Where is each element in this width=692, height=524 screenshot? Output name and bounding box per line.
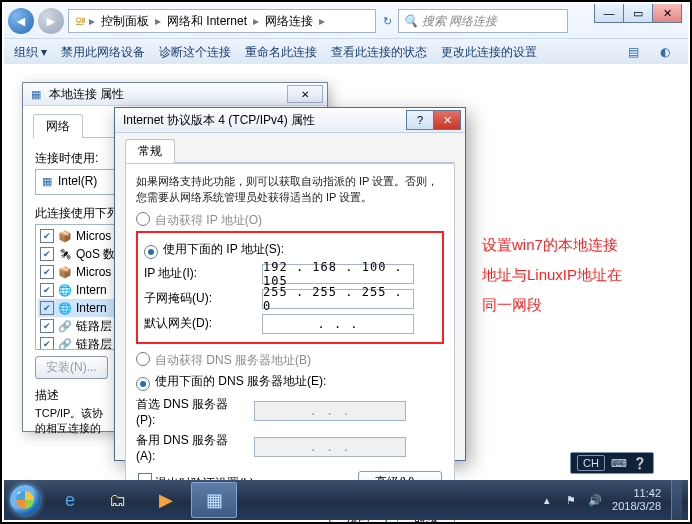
system-tray: ▴ ⚑ 🔊 11:42 2018/3/28: [534, 480, 688, 520]
checkbox-icon[interactable]: ✔: [40, 247, 54, 261]
tab-network[interactable]: 网络: [33, 114, 83, 138]
subnet-mask-input[interactable]: 255 . 255 . 255 . 0: [262, 289, 414, 309]
checkbox-icon[interactable]: ✔: [40, 229, 54, 243]
clock[interactable]: 11:42 2018/3/28: [612, 487, 661, 512]
tray-expand-icon[interactable]: ▴: [540, 494, 554, 507]
component-label: Micros: [76, 229, 111, 243]
component-label: Intern: [76, 301, 107, 315]
dns2-label: 备用 DNS 服务器(A):: [136, 432, 246, 463]
component-label: 链路层: [76, 336, 112, 351]
nic-icon: ▦: [29, 87, 43, 101]
radio-use-dns[interactable]: 使用下面的 DNS 服务器地址(E):: [136, 373, 444, 391]
start-button[interactable]: [4, 480, 46, 520]
radio-auto-dns: 自动获得 DNS 服务器地址(B): [136, 352, 444, 369]
ipv4-properties-dialog: Internet 协议版本 4 (TCP/IPv4) 属性 ? ✕ 常规 如果网…: [114, 107, 466, 461]
component-icon: 🔗: [58, 319, 72, 333]
breadcrumb[interactable]: 网络和 Internet: [163, 13, 251, 30]
checkbox-icon[interactable]: ✔: [40, 319, 54, 333]
mask-label: 子网掩码(U):: [144, 290, 254, 307]
radio-use-ip[interactable]: 使用下面的 IP 地址(S):: [144, 241, 436, 259]
install-button[interactable]: 安装(N)...: [35, 356, 108, 379]
maximize-button[interactable]: ▭: [623, 4, 653, 23]
dns2-input[interactable]: . . .: [254, 437, 406, 457]
component-icon: 🛰: [58, 247, 72, 261]
tray-flag-icon[interactable]: ⚑: [564, 494, 578, 507]
taskbar-explorer[interactable]: 🗂: [95, 482, 141, 518]
back-button[interactable]: ◄: [8, 8, 34, 34]
cmd-disable[interactable]: 禁用此网络设备: [61, 44, 145, 61]
minimize-button[interactable]: —: [594, 4, 624, 23]
show-desktop-button[interactable]: [671, 480, 682, 520]
component-label: Micros: [76, 265, 111, 279]
checkbox-icon[interactable]: ✔: [40, 337, 54, 350]
command-bar: 组织 ▾ 禁用此网络设备 诊断这个连接 重命名此连接 查看此连接的状态 更改此连…: [4, 38, 688, 66]
dns1-label: 首选 DNS 服务器(P):: [136, 396, 246, 427]
gateway-input[interactable]: . . .: [262, 314, 414, 334]
cmd-change[interactable]: 更改此连接的设置: [441, 44, 537, 61]
cmd-status[interactable]: 查看此连接的状态: [331, 44, 427, 61]
address-bar[interactable]: 🖳 ▸ 控制面板 ▸ 网络和 Internet ▸ 网络连接 ▸: [68, 9, 376, 33]
taskbar-ie[interactable]: e: [47, 482, 93, 518]
checkbox-icon[interactable]: ✔: [40, 301, 54, 315]
ime-tool-icon[interactable]: ⌨: [611, 457, 627, 470]
explorer-window-controls: — ▭ ✕: [595, 4, 682, 22]
search-icon: 🔍: [403, 14, 418, 28]
tray-volume-icon[interactable]: 🔊: [588, 494, 602, 507]
folder-icon: 🖳: [73, 14, 87, 28]
view-icon[interactable]: ▤: [628, 45, 646, 59]
component-icon: 🌐: [58, 283, 72, 297]
desktop: — ▭ ✕ ◄ ► 🖳 ▸ 控制面板 ▸ 网络和 Internet ▸ 网络连接…: [4, 4, 688, 520]
component-label: QoS 数: [76, 246, 115, 263]
component-label: 链路层: [76, 318, 112, 335]
close-button[interactable]: ✕: [652, 4, 682, 23]
dns1-input[interactable]: . . .: [254, 401, 406, 421]
ime-bar[interactable]: CH ⌨ ❔: [570, 452, 654, 474]
breadcrumb[interactable]: 控制面板: [97, 13, 153, 30]
adapter-name: Intel(R): [58, 174, 97, 188]
cmd-diagnose[interactable]: 诊断这个连接: [159, 44, 231, 61]
annotation-text: 设置win7的本地连接 地址与LinuxIP地址在 同一网段: [482, 230, 672, 320]
help-button[interactable]: ?: [406, 110, 434, 130]
component-icon: 🌐: [58, 301, 72, 315]
info-text: 如果网络支持此功能，则可以获取自动指派的 IP 设置。否则， 您需要从网络系统管…: [136, 174, 444, 206]
taskbar-network[interactable]: ▦: [191, 482, 237, 518]
breadcrumb[interactable]: 网络连接: [261, 13, 317, 30]
clock-time: 11:42: [612, 487, 661, 500]
search-input[interactable]: 🔍 搜索 网络连接: [398, 9, 568, 33]
ime-lang[interactable]: CH: [577, 455, 605, 471]
refresh-icon[interactable]: ↻: [380, 14, 394, 28]
close-button[interactable]: ✕: [287, 85, 323, 103]
search-placeholder: 搜索 网络连接: [422, 13, 497, 30]
component-icon: 📦: [58, 229, 72, 243]
ip-label: IP 地址(I):: [144, 265, 254, 282]
dialog-titlebar[interactable]: ▦ 本地连接 属性 ✕: [23, 83, 327, 106]
windows-orb-icon: [10, 485, 40, 515]
ip-address-input[interactable]: 192 . 168 . 100 . 105: [262, 264, 414, 284]
dialog-title: 本地连接 属性: [49, 86, 124, 103]
dialog-title: Internet 协议版本 4 (TCP/IPv4) 属性: [123, 112, 315, 129]
organize-menu[interactable]: 组织 ▾: [14, 44, 47, 61]
radio-auto-ip[interactable]: 自动获得 IP 地址(O): [136, 212, 444, 229]
gateway-label: 默认网关(D):: [144, 315, 254, 332]
taskbar-mediaplayer[interactable]: ▶: [143, 482, 189, 518]
forward-button[interactable]: ►: [38, 8, 64, 34]
cmd-rename[interactable]: 重命名此连接: [245, 44, 317, 61]
checkbox-icon[interactable]: ✔: [40, 283, 54, 297]
taskbar: e 🗂 ▶ ▦ ▴ ⚑ 🔊 11:42 2018/3/28: [4, 480, 688, 520]
component-icon: 🔗: [58, 337, 72, 350]
tab-general[interactable]: 常规: [125, 139, 175, 163]
ime-help-icon[interactable]: ❔: [633, 457, 647, 470]
checkbox-icon[interactable]: ✔: [40, 265, 54, 279]
close-button[interactable]: ✕: [433, 110, 461, 130]
nic-icon: ▦: [40, 174, 54, 188]
component-icon: 📦: [58, 265, 72, 279]
help-icon[interactable]: ◐: [660, 45, 678, 59]
component-label: Intern: [76, 283, 107, 297]
clock-date: 2018/3/28: [612, 500, 661, 513]
highlighted-ip-section: 使用下面的 IP 地址(S): IP 地址(I): 192 . 168 . 10…: [136, 231, 444, 344]
